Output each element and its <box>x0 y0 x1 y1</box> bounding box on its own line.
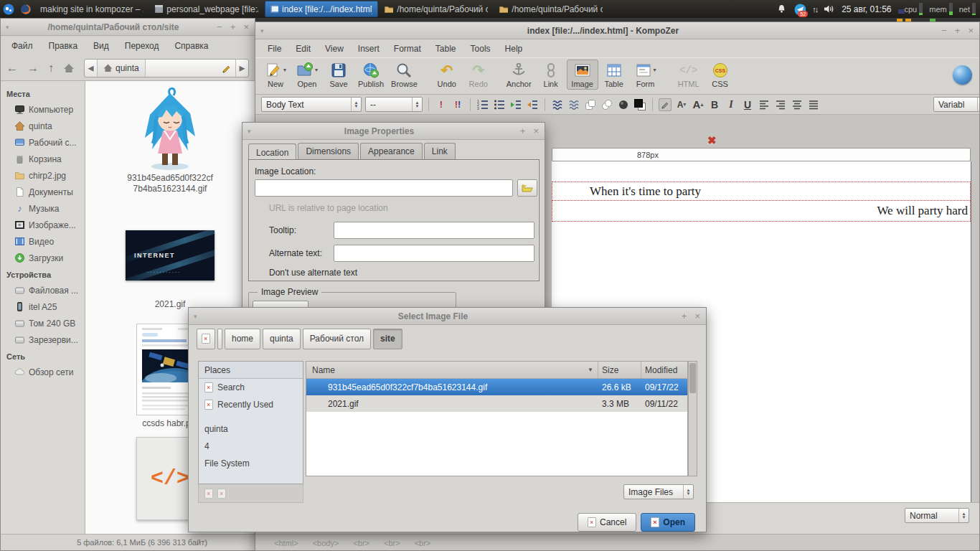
menu-view[interactable]: Вид <box>87 39 116 53</box>
places-4[interactable]: 4 <box>199 438 303 455</box>
window-menu-icon[interactable]: ▾ <box>260 27 264 34</box>
maximize-icon[interactable]: + <box>230 22 236 32</box>
menu-file[interactable]: File <box>261 42 288 56</box>
close-icon[interactable]: × <box>533 126 539 136</box>
close-icon[interactable]: × <box>243 22 249 32</box>
file-label[interactable]: 931b45ead65d0f322cf 7b4ba51623144.gif <box>85 173 255 194</box>
menu-file[interactable]: Файл <box>5 39 39 53</box>
scrollbar[interactable] <box>688 361 697 476</box>
menu-help[interactable]: Help <box>499 42 529 56</box>
places-quinta[interactable]: quinta <box>199 420 303 438</box>
window-menu-icon[interactable]: ▾ <box>6 24 9 31</box>
group-icon[interactable] <box>600 98 613 111</box>
chevron-right-icon[interactable]: ▸ <box>235 60 248 77</box>
minimize-icon[interactable]: − <box>941 26 947 35</box>
notification-bell-icon[interactable] <box>776 4 788 15</box>
sidebar-item-trash[interactable]: Корзина <box>1 151 85 167</box>
highlighter-icon[interactable] <box>659 98 672 111</box>
italic-icon[interactable]: I <box>725 98 738 111</box>
sidebar-item-downloads[interactable]: Загрузки <box>1 250 85 266</box>
taskbar-item-desktop-folder-2[interactable]: /home/quinta/Рабочий ст... <box>494 1 608 17</box>
emphasis-icon[interactable]: ! <box>435 98 448 111</box>
save-button[interactable]: Save <box>323 60 354 90</box>
sidebar-item-chirp2[interactable]: chirp2.jpg <box>1 167 85 184</box>
form-button[interactable]: ▾Form <box>630 60 661 90</box>
file-row-selected[interactable]: 931b45ead65d0f322cf7b4ba51623144.gif 26.… <box>306 379 687 395</box>
increase-font-icon[interactable]: A▴ <box>692 98 705 111</box>
taskbar-item-personal-webpage[interactable]: personal_webpage [file:/..... <box>150 1 263 17</box>
css-button[interactable]: CSSCSS <box>705 60 736 90</box>
tag-breadcrumb[interactable]: <body> <box>313 539 339 547</box>
app-menu-button[interactable] <box>0 0 17 18</box>
volume-icon[interactable] <box>824 4 835 15</box>
firefox-launcher[interactable] <box>17 0 34 18</box>
file-manager-titlebar[interactable]: ▾ /home/quinta/Рабочий стол/site −+× <box>1 19 255 36</box>
outdent-icon[interactable] <box>526 98 539 111</box>
sidebar-item-home[interactable]: quinta <box>1 118 85 134</box>
choose-file-button[interactable] <box>517 179 537 197</box>
file-2021-gif[interactable]: INTERNET ··········· <box>85 230 255 281</box>
indent-icon[interactable] <box>509 98 522 111</box>
home-icon[interactable] <box>63 62 75 74</box>
tab-dimensions[interactable]: Dimensions <box>298 143 359 160</box>
underline-icon[interactable]: U <box>741 98 754 111</box>
strong-emphasis-icon[interactable]: !! <box>451 98 464 111</box>
places-file-system[interactable]: File System <box>199 455 303 472</box>
column-modified[interactable]: Modified <box>641 362 687 378</box>
path-home-button[interactable]: home <box>225 329 260 349</box>
width-select[interactable]: Variabl▲▼ <box>933 97 980 112</box>
tag-breadcrumb[interactable]: <html> <box>274 539 298 547</box>
menu-view[interactable]: View <box>319 42 350 56</box>
file-anime-gif[interactable] <box>85 86 255 172</box>
dialog-titlebar[interactable]: ▾ Image Properties +× <box>242 123 545 140</box>
wrap-style-icon[interactable] <box>551 98 564 111</box>
clock[interactable]: 25 авг, 01:56 <box>842 4 891 14</box>
menu-tools[interactable]: Tools <box>464 42 497 56</box>
window-menu-icon[interactable]: ▾ <box>194 313 197 320</box>
remove-bookmark-icon[interactable] <box>217 489 226 499</box>
sidebar-item-desktop[interactable]: Рабочий с... <box>1 134 85 151</box>
menu-help[interactable]: Справка <box>168 39 215 53</box>
bold-icon[interactable]: B <box>708 98 721 111</box>
taskbar-item-desktop-folder-1[interactable]: /home/quinta/Рабочий ст... <box>380 1 493 17</box>
back-icon[interactable]: ← <box>6 62 18 75</box>
link-button[interactable]: Link <box>535 60 567 90</box>
location-icon-button[interactable] <box>197 329 215 349</box>
sidebar-item-network[interactable]: Обзор сети <box>1 364 85 380</box>
menu-go[interactable]: Переход <box>118 39 166 53</box>
new-button[interactable]: ▾New <box>260 60 291 90</box>
wrap-style-alt-icon[interactable] <box>567 98 580 111</box>
publish-button[interactable]: Publish <box>354 60 387 90</box>
undo-button[interactable]: ↶Undo <box>431 60 463 90</box>
taskbar-item-firefox[interactable]: making site in kompozer – ... <box>35 1 149 17</box>
align-justify-icon[interactable] <box>807 98 820 111</box>
tag-breadcrumb[interactable]: <br> <box>353 539 369 547</box>
sidebar-item-video[interactable]: Видео <box>1 233 85 250</box>
paragraph-block[interactable]: When it's time to party <box>552 182 971 201</box>
menu-insert[interactable]: Insert <box>352 42 386 56</box>
add-bookmark-icon[interactable] <box>204 489 213 499</box>
table-button[interactable]: Table <box>598 60 630 90</box>
menu-table[interactable]: Table <box>429 42 463 56</box>
tag-breadcrumb[interactable]: <br> <box>415 539 431 547</box>
html-button[interactable]: </>HTML <box>673 60 705 90</box>
bullet-list-icon[interactable] <box>493 98 506 111</box>
class-select[interactable]: --▲▼ <box>365 97 423 112</box>
menu-format[interactable]: Format <box>387 42 428 56</box>
view-mode-select[interactable]: Normal▲▼ <box>905 508 969 523</box>
sidebar-item-pictures[interactable]: ✳Изображе... <box>1 217 85 233</box>
sidebar-item-documents[interactable]: Документы <box>1 184 85 200</box>
sidebar-item-music[interactable]: ♪Музыка <box>1 200 85 217</box>
column-name[interactable]: Name▼ <box>306 362 598 378</box>
pin-icon[interactable]: + <box>520 126 526 136</box>
align-center-icon[interactable] <box>791 98 804 111</box>
up-icon[interactable]: ↑ <box>48 62 54 75</box>
tab-link[interactable]: Link <box>424 143 456 160</box>
path-separator-button[interactable] <box>217 329 222 349</box>
places-recently-used[interactable]: Recently Used <box>199 396 303 413</box>
alt-text-input[interactable] <box>334 245 534 262</box>
network-arrows-icon[interactable]: ↑↓ <box>812 5 817 14</box>
align-right-icon[interactable] <box>774 98 787 111</box>
path-desktop-button[interactable]: Рабочий стол <box>303 329 371 349</box>
kompozer-titlebar[interactable]: ▾ index [file:/.../index.html] - KompoZe… <box>255 22 979 39</box>
